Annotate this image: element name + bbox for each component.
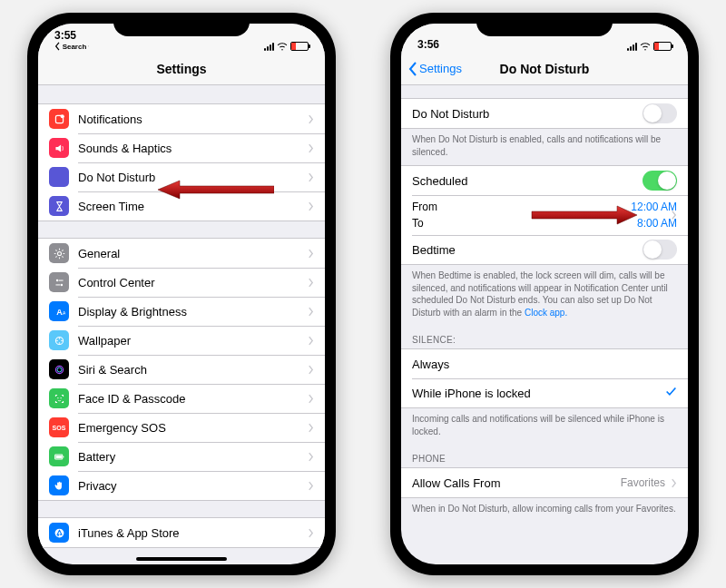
notch (113, 13, 250, 36)
row-label: Emergency SOS (78, 421, 308, 435)
settings-row-sounds-haptics[interactable]: Sounds & Haptics (38, 133, 325, 162)
svg-point-17 (60, 397, 61, 398)
svg-point-11 (61, 339, 63, 341)
row-label: Allow Calls From (412, 476, 621, 490)
svg-point-16 (57, 397, 58, 398)
back-label: Settings (419, 62, 462, 75)
sos-icon: SOS (49, 417, 69, 437)
back-button[interactable]: Settings (408, 62, 462, 76)
row-while-locked[interactable]: While iPhone is locked (401, 378, 688, 407)
wallpaper-icon (49, 330, 69, 350)
breadcrumb-back[interactable]: Search (54, 42, 90, 51)
row-label: Bedtime (412, 243, 643, 257)
row-label: Siri & Search (78, 363, 308, 377)
row-value: Favorites (621, 476, 665, 489)
nav-bar: Settings Do Not Disturb (401, 53, 688, 85)
row-label: Privacy (78, 479, 308, 493)
row-bedtime[interactable]: Bedtime (401, 235, 688, 264)
settings-row-do-not-disturb[interactable]: Do Not Disturb (38, 162, 325, 191)
to-label: To (412, 215, 424, 231)
faceid-icon (49, 388, 69, 408)
row-do-not-disturb[interactable]: Do Not Disturb (401, 99, 688, 128)
settings-row-emergency-sos[interactable]: SOSEmergency SOS (38, 413, 325, 442)
settings-row-wallpaper[interactable]: Wallpaper (38, 326, 325, 355)
footer-bedtime: When Bedtime is enabled, the lock screen… (401, 265, 688, 326)
row-scheduled[interactable]: Scheduled (401, 166, 688, 195)
svg-point-1 (60, 114, 64, 118)
chevron-right-icon (308, 528, 314, 538)
battery-icon (290, 42, 309, 51)
page-title: Settings (38, 62, 325, 76)
row-schedule-times[interactable]: From12:00 AM To8:00 AM (401, 195, 688, 235)
status-icons (627, 42, 672, 51)
location-icon (88, 43, 89, 50)
footer-dnd: When Do Not Disturb is enabled, calls an… (401, 129, 688, 165)
toggle-scheduled[interactable] (643, 171, 677, 191)
svg-point-13 (56, 339, 58, 341)
row-label: Battery (78, 450, 308, 464)
row-label: Display & Brightness (78, 305, 308, 318)
wifi-icon (640, 42, 651, 51)
phone-right: 3:56 Settings Do Not Disturb Do Not Dist… (390, 13, 699, 575)
settings-row-itunes-app-store[interactable]: iTunes & App Store (38, 518, 325, 547)
row-always[interactable]: Always (401, 349, 688, 378)
signal-icon (627, 43, 637, 51)
footer-allow: When in Do Not Disturb, allow incoming c… (401, 498, 688, 523)
row-label: Do Not Disturb (412, 107, 643, 121)
screen-right: 3:56 Settings Do Not Disturb Do Not Dist… (401, 24, 688, 564)
settings-row-screen-time[interactable]: Screen Time (38, 191, 325, 220)
clock-app-link[interactable]: Clock app. (525, 308, 567, 318)
sounds-icon (49, 138, 69, 158)
settings-row-privacy[interactable]: Privacy (38, 471, 325, 500)
checkmark-icon (665, 386, 677, 400)
chevron-right-icon (308, 423, 314, 433)
hourglass-icon (49, 196, 69, 216)
row-label: Screen Time (78, 200, 308, 213)
status-time: 3:55 (54, 29, 90, 42)
svg-text:A: A (62, 309, 64, 315)
row-allow-calls[interactable]: Allow Calls From Favorites (401, 468, 688, 497)
breadcrumb-label: Search (63, 43, 87, 51)
toggle-bedtime[interactable] (643, 240, 677, 260)
chevron-right-icon (308, 201, 314, 211)
phone-left: 3:55 Search Settings NotificationsSounds… (27, 13, 336, 575)
home-indicator[interactable] (136, 557, 227, 561)
row-label: Sounds & Haptics (78, 142, 308, 155)
siri-icon (49, 359, 69, 379)
svg-point-15 (57, 368, 62, 372)
settings-row-face-id-passcode[interactable]: Face ID & Passcode (38, 384, 325, 413)
row-label: Scheduled (412, 174, 643, 188)
settings-list[interactable]: NotificationsSounds & HapticsDo Not Dist… (38, 85, 325, 564)
settings-row-siri-search[interactable]: Siri & Search (38, 355, 325, 384)
chevron-right-icon (308, 336, 314, 346)
settings-row-display-brightness[interactable]: AADisplay & Brightness (38, 297, 325, 326)
battery-icon (653, 42, 672, 51)
chevron-left-icon (54, 42, 61, 51)
status-icons (264, 42, 309, 51)
hand-icon (49, 475, 69, 495)
signal-icon (264, 43, 274, 51)
chevron-right-icon (308, 481, 314, 491)
row-label: Face ID & Passcode (78, 392, 308, 406)
chevron-right-icon (308, 278, 314, 288)
chevron-right-icon (308, 365, 314, 375)
dnd-settings[interactable]: Do Not Disturb When Do Not Disturb is en… (401, 85, 688, 564)
settings-row-notifications[interactable]: Notifications (38, 104, 325, 133)
row-label: Always (412, 358, 677, 371)
svg-point-2 (57, 251, 61, 255)
status-time: 3:56 (417, 38, 439, 51)
settings-row-control-center[interactable]: Control Center (38, 268, 325, 297)
row-label: Notifications (78, 113, 308, 126)
notifications-icon (49, 109, 69, 129)
switches-icon (49, 272, 69, 292)
row-label: iTunes & App Store (78, 526, 308, 540)
toggle-dnd[interactable] (643, 103, 677, 123)
row-label: Control Center (78, 276, 308, 289)
settings-row-general[interactable]: General (38, 239, 325, 268)
svg-point-3 (55, 279, 57, 280)
chevron-right-icon (308, 143, 314, 153)
header-silence: Silence: (401, 326, 688, 348)
row-label: General (78, 247, 308, 260)
screen-left: 3:55 Search Settings NotificationsSounds… (38, 24, 325, 564)
settings-row-battery[interactable]: Battery (38, 442, 325, 471)
